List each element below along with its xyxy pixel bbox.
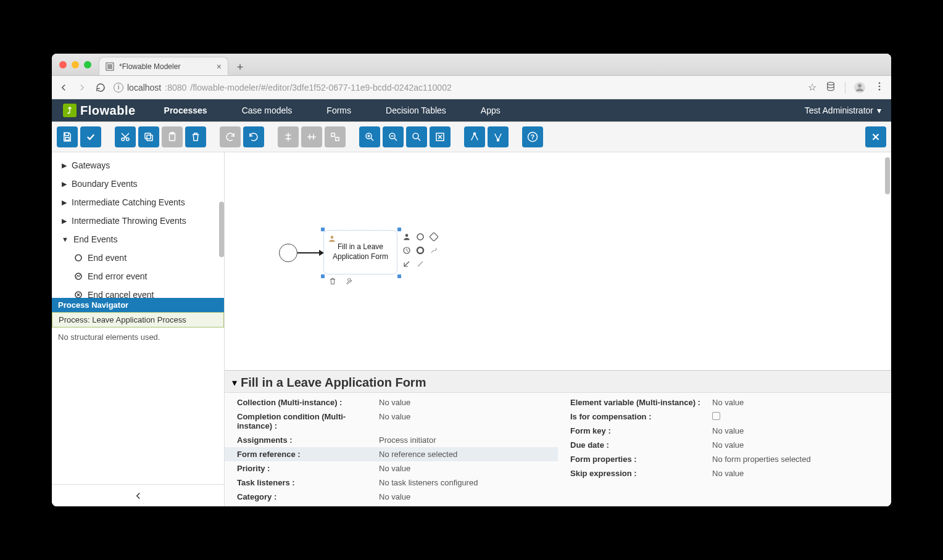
property-value[interactable]: No form properties selected bbox=[712, 455, 811, 464]
zoom-in-button[interactable] bbox=[359, 126, 380, 147]
property-row[interactable]: Is for compensation : bbox=[558, 410, 891, 424]
process-navigator-subtitle[interactable]: Process: Leave Application Process bbox=[52, 312, 224, 327]
quick-end-bold-icon[interactable] bbox=[415, 245, 426, 256]
redo-button[interactable] bbox=[220, 126, 241, 147]
app-logo[interactable]: ⤴ Flowable bbox=[52, 104, 147, 118]
palette-group-intermediate-catching[interactable]: ▶Intermediate Catching Events bbox=[52, 193, 224, 212]
forward-button[interactable] bbox=[77, 82, 88, 93]
browser-tab[interactable]: *Flowable Modeler × bbox=[99, 57, 228, 75]
palette-item-end-error-event[interactable]: End error event bbox=[52, 267, 224, 286]
quick-annotate-icon[interactable] bbox=[415, 258, 426, 270]
nav-forms[interactable]: Forms bbox=[309, 99, 368, 121]
shape-palette[interactable]: ▶Gateways ▶Boundary Events ▶Intermediate… bbox=[52, 152, 224, 298]
window-minimize-button[interactable] bbox=[72, 61, 79, 68]
palette-item-end-event[interactable]: End event bbox=[52, 249, 224, 267]
nav-case-models[interactable]: Case models bbox=[225, 99, 310, 121]
save-button[interactable] bbox=[57, 126, 78, 147]
quick-timer-icon[interactable] bbox=[401, 245, 412, 256]
profile-avatar-icon[interactable] bbox=[854, 82, 865, 93]
property-value[interactable]: No reference selected bbox=[379, 450, 457, 459]
property-value[interactable]: No value bbox=[379, 464, 410, 473]
property-row[interactable]: Completion condition (Multi-instance) :N… bbox=[225, 410, 558, 433]
quick-gateway-icon[interactable] bbox=[428, 231, 439, 242]
property-row[interactable]: Form reference :No reference selected bbox=[225, 447, 558, 461]
reload-button[interactable] bbox=[95, 82, 106, 93]
property-value[interactable] bbox=[712, 412, 720, 421]
property-row[interactable]: Collection (Multi-instance) :No value bbox=[225, 395, 558, 410]
delete-button[interactable] bbox=[185, 126, 206, 147]
chrome-menu-icon[interactable] bbox=[874, 81, 885, 94]
bpmn-canvas[interactable]: Fill in a Leave Application Form bbox=[225, 152, 891, 370]
palette-group-boundary-events[interactable]: ▶Boundary Events bbox=[52, 175, 224, 193]
cut-button[interactable] bbox=[115, 126, 136, 147]
window-close-button[interactable] bbox=[59, 61, 67, 68]
zoom-reset-button[interactable] bbox=[406, 126, 427, 147]
property-value[interactable]: Process initiator bbox=[379, 435, 436, 445]
zoom-out-button[interactable] bbox=[383, 126, 404, 147]
new-tab-button[interactable]: + bbox=[232, 59, 248, 75]
quick-expand-icon[interactable] bbox=[401, 258, 412, 270]
property-row[interactable]: Skip expression :No value bbox=[558, 466, 891, 480]
selection-handle[interactable] bbox=[321, 274, 325, 278]
property-value[interactable]: No value bbox=[379, 492, 410, 501]
property-value[interactable]: No value bbox=[379, 398, 410, 407]
align-vertical-button[interactable] bbox=[278, 126, 299, 147]
undo-button[interactable] bbox=[243, 126, 264, 147]
paste-button[interactable] bbox=[162, 126, 183, 147]
remove-bendpoint-button[interactable] bbox=[488, 126, 509, 147]
bookmark-star-icon[interactable]: ☆ bbox=[808, 81, 816, 93]
property-row[interactable]: Category :No value bbox=[225, 490, 558, 504]
canvas-scrollbar[interactable] bbox=[885, 157, 890, 194]
palette-group-end-events[interactable]: ▼End Events bbox=[52, 230, 224, 249]
nav-decision-tables[interactable]: Decision Tables bbox=[368, 99, 463, 121]
delete-element-icon[interactable] bbox=[328, 277, 337, 288]
wrench-icon[interactable] bbox=[346, 277, 354, 288]
user-task-shape[interactable]: Fill in a Leave Application Form bbox=[323, 230, 397, 274]
property-row[interactable]: Form properties :No form properties sele… bbox=[558, 452, 891, 466]
property-value[interactable]: No value bbox=[712, 440, 744, 450]
property-row[interactable]: Form key :No value bbox=[558, 424, 891, 438]
database-icon[interactable] bbox=[825, 81, 836, 94]
property-row[interactable]: Priority :No value bbox=[225, 461, 558, 476]
property-row[interactable]: Element variable (Multi-instance) :No va… bbox=[558, 395, 891, 410]
nav-apps[interactable]: Apps bbox=[463, 99, 518, 121]
zoom-fit-button[interactable] bbox=[430, 126, 451, 147]
property-value[interactable]: No task listeners configured bbox=[379, 478, 478, 487]
sequence-flow-arrow[interactable] bbox=[297, 252, 323, 253]
sidebar-collapse-button[interactable] bbox=[52, 484, 224, 506]
property-row[interactable]: Assignments :Process initiator bbox=[225, 433, 558, 447]
selection-handle[interactable] bbox=[397, 274, 401, 278]
user-menu[interactable]: Test Administrator ▾ bbox=[795, 105, 891, 115]
align-horizontal-button[interactable] bbox=[301, 126, 322, 147]
palette-group-intermediate-throwing[interactable]: ▶Intermediate Throwing Events bbox=[52, 212, 224, 230]
properties-header[interactable]: ▾ Fill in a Leave Application Form bbox=[225, 371, 891, 393]
property-row[interactable]: Task listeners :No task listeners config… bbox=[225, 476, 558, 490]
property-value[interactable]: No value bbox=[712, 469, 744, 478]
copy-button[interactable] bbox=[138, 126, 159, 147]
property-row[interactable]: Due date :No value bbox=[558, 438, 891, 452]
nav-processes[interactable]: Processes bbox=[147, 99, 225, 121]
site-info-icon[interactable]: i bbox=[114, 83, 123, 93]
back-button[interactable] bbox=[58, 82, 69, 93]
checkbox[interactable] bbox=[712, 412, 720, 420]
close-editor-button[interactable] bbox=[865, 126, 886, 147]
quick-end-event-icon[interactable] bbox=[415, 231, 426, 242]
add-bendpoint-button[interactable] bbox=[464, 126, 485, 147]
validate-button[interactable] bbox=[80, 126, 101, 147]
quick-connect-icon[interactable] bbox=[428, 245, 439, 256]
help-button[interactable]: ? bbox=[522, 126, 543, 147]
quick-user-task-icon[interactable] bbox=[401, 231, 412, 242]
palette-scrollbar[interactable] bbox=[219, 202, 224, 257]
url-bar[interactable]: i localhost:8080/flowable-modeler/#/edit… bbox=[114, 83, 800, 93]
tab-close-button[interactable]: × bbox=[217, 62, 222, 72]
selection-handle[interactable] bbox=[321, 228, 325, 231]
window-zoom-button[interactable] bbox=[84, 61, 91, 68]
palette-item-end-cancel-event[interactable]: End cancel event bbox=[52, 286, 224, 298]
palette-group-gateways[interactable]: ▶Gateways bbox=[52, 156, 224, 175]
property-value[interactable]: No value bbox=[712, 426, 744, 435]
property-value[interactable]: No value bbox=[712, 398, 744, 407]
start-event-shape[interactable] bbox=[279, 244, 297, 262]
process-navigator-header[interactable]: Process Navigator bbox=[52, 298, 224, 312]
same-size-button[interactable] bbox=[325, 126, 346, 147]
property-value[interactable]: No value bbox=[379, 412, 410, 430]
